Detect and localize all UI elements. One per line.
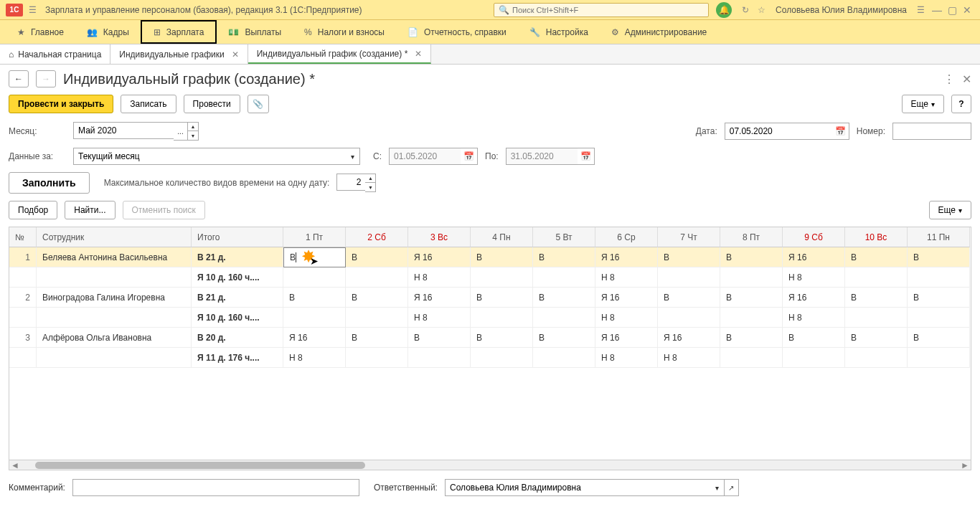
employee-cell[interactable] [37,308,192,328]
col-header[interactable]: 10 Вс [845,227,908,247]
day-cell[interactable] [533,348,595,368]
day-cell[interactable]: Н 8 [408,267,471,288]
post-and-close-button[interactable]: Провести и закрыть [9,95,113,113]
day-cell[interactable]: В [471,328,533,348]
day-cell[interactable] [346,267,408,288]
total-cell[interactable]: В 21 д. [192,247,283,267]
day-cell[interactable]: Я 16 [595,288,658,308]
day-cell[interactable]: Н 8 [408,308,471,328]
page-close-icon[interactable]: ✕ [962,72,971,86]
employee-cell[interactable]: Виноградова Галина Игоревна [37,288,192,308]
day-cell[interactable]: В [533,288,595,308]
day-cell[interactable] [720,267,783,288]
row-number[interactable] [9,308,37,328]
day-cell[interactable] [658,267,720,288]
day-cell[interactable] [346,308,408,328]
col-header[interactable]: 6 Ср [595,227,658,247]
day-cell[interactable]: В [471,247,533,267]
to-calendar-button[interactable]: 📅 [578,148,595,165]
day-cell[interactable] [283,267,346,288]
day-cell[interactable]: Я 16 [595,328,658,348]
search-input[interactable] [512,6,704,14]
minimize-button[interactable]: — [932,4,942,16]
tab-close-icon[interactable]: ✕ [232,49,239,60]
day-cell[interactable] [408,348,471,368]
data-for-dropdown-button[interactable]: ▾ [346,148,360,165]
row-number[interactable]: 3 [9,328,37,348]
day-cell[interactable] [533,308,595,328]
post-button[interactable]: Провести [184,95,240,113]
day-cell[interactable]: Я 16 [658,328,720,348]
tab-close-icon[interactable]: ✕ [415,49,422,59]
col-header[interactable]: 9 Сб [783,227,845,247]
day-cell[interactable]: Н 8 [783,308,845,328]
day-cell[interactable]: В [845,328,908,348]
day-cell[interactable]: Н 8 [595,308,658,328]
row-number[interactable] [9,267,37,288]
day-cell[interactable]: В [783,328,845,348]
total-cell[interactable]: Я 11 д. 176 ч.... [192,348,283,368]
col-header[interactable]: № [9,227,37,247]
day-cell[interactable]: В [720,288,783,308]
day-cell[interactable]: Я 16 [283,328,346,348]
find-button[interactable]: Найти... [65,201,115,219]
back-button[interactable]: ← [9,70,29,87]
tab[interactable]: Индивидуальные графики✕ [110,44,248,64]
max-types-down-button[interactable]: ▼ [365,183,375,191]
scroll-left-icon[interactable]: ◄ [9,460,21,470]
row-number[interactable] [9,348,37,368]
day-cell[interactable]: Н 8 [658,348,720,368]
nav-Налоги и взносы[interactable]: %Налоги и взносы [293,20,396,44]
nav-Отчетность, справки[interactable]: 📄Отчетность, справки [396,20,518,44]
col-header[interactable]: 2 Сб [346,227,408,247]
day-cell[interactable]: Я 16 [595,247,658,267]
responsible-input[interactable] [445,479,710,496]
total-cell[interactable]: В 21 д. [192,288,283,308]
day-cell[interactable]: В [408,328,471,348]
month-down-button[interactable]: ▼ [188,131,198,140]
total-cell[interactable]: Я 10 д. 160 ч.... [192,308,283,328]
notifications-icon[interactable]: 🔔 [716,2,732,18]
responsible-open-button[interactable]: ↗ [725,479,739,496]
page-menu-icon[interactable]: ⋮ [943,72,955,86]
day-cell[interactable] [471,308,533,328]
day-cell[interactable] [783,348,845,368]
col-header[interactable]: Итого [192,227,283,247]
day-cell[interactable] [908,308,970,328]
col-header[interactable]: 1 Пт [283,227,346,247]
day-cell[interactable] [471,267,533,288]
day-cell[interactable]: В [346,328,408,348]
max-types-up-button[interactable]: ▲ [365,174,375,183]
day-cell[interactable] [471,348,533,368]
menu-icon[interactable]: ☰ [29,5,37,15]
favorite-icon[interactable]: ☆ [758,5,765,15]
day-cell[interactable] [845,308,908,328]
col-header[interactable]: 5 Вт [533,227,595,247]
nav-Администрирование[interactable]: ⚙Администрирование [600,20,718,44]
col-header[interactable]: 8 Пт [720,227,783,247]
search-box[interactable]: 🔍 [494,3,709,17]
day-cell[interactable]: В [346,247,408,267]
scroll-right-icon[interactable]: ► [959,460,971,470]
nav-Зарплата[interactable]: ⊞Зарплата [141,20,217,44]
day-cell[interactable]: Н 8 [595,267,658,288]
user-name[interactable]: Соловьева Юлия Владимировна [776,5,907,15]
date-input[interactable] [725,123,832,140]
day-cell[interactable] [908,348,970,368]
col-header[interactable]: 4 Пн [471,227,533,247]
month-up-button[interactable]: ▲ [188,123,198,131]
day-cell[interactable]: Н 8 [595,348,658,368]
day-cell[interactable]: В [658,288,720,308]
tab[interactable]: Индивидуальный график (создание) *✕ [248,44,432,64]
day-cell[interactable]: В [720,328,783,348]
horizontal-scrollbar[interactable]: ◄ ► [9,460,971,470]
month-input[interactable] [73,122,174,139]
day-cell[interactable]: В [283,288,346,308]
day-cell[interactable] [346,348,408,368]
day-cell[interactable] [658,308,720,328]
day-cell[interactable]: В [658,247,720,267]
day-cell[interactable]: В ✸➤ [283,247,346,267]
attach-button[interactable]: 📎 [248,95,269,113]
scroll-thumb[interactable] [35,462,365,469]
day-cell[interactable] [845,267,908,288]
